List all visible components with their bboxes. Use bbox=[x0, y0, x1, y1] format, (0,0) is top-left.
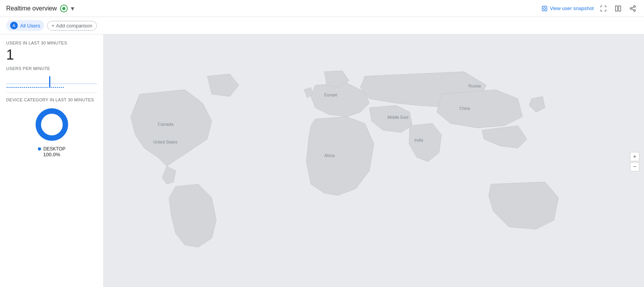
view-user-snapshot-button[interactable]: View user snapshot bbox=[541, 5, 594, 12]
svg-point-6 bbox=[634, 10, 635, 12]
comparison-icon bbox=[615, 5, 622, 12]
svg-point-5 bbox=[630, 7, 632, 9]
all-users-filter[interactable]: A All Users bbox=[6, 20, 44, 31]
svg-text:Middle East: Middle East bbox=[387, 115, 409, 120]
zoom-controls: + − bbox=[630, 152, 639, 171]
desktop-legend: DESKTOP bbox=[38, 146, 65, 152]
users-per-minute-chart bbox=[6, 72, 97, 88]
svg-text:United States: United States bbox=[153, 140, 178, 144]
header-right: View user snapshot bbox=[541, 3, 638, 14]
left-panel: USERS IN LAST 30 MINUTES 1 USERS PER MIN… bbox=[0, 34, 104, 287]
snapshot-icon bbox=[541, 5, 548, 12]
donut-svg bbox=[33, 105, 71, 144]
svg-rect-0 bbox=[542, 6, 547, 11]
share-icon bbox=[629, 5, 636, 12]
add-comparison-label: Add comparison bbox=[56, 23, 92, 29]
svg-point-4 bbox=[634, 5, 635, 7]
users-30min-label: USERS IN LAST 30 MINUTES bbox=[6, 41, 97, 45]
svg-line-8 bbox=[632, 7, 634, 8]
svg-point-1 bbox=[543, 7, 545, 9]
add-icon: + bbox=[51, 23, 55, 29]
comparison-button[interactable] bbox=[613, 3, 623, 14]
header-dropdown-icon[interactable]: ▾ bbox=[71, 4, 74, 13]
device-label: DEVICE CATEGORY IN LAST 30 MINUTES bbox=[6, 97, 97, 102]
svg-point-10 bbox=[38, 111, 65, 138]
add-comparison-button[interactable]: + Add comparison bbox=[47, 21, 97, 31]
status-dot bbox=[62, 7, 65, 10]
svg-text:India: India bbox=[414, 138, 423, 142]
status-icon bbox=[60, 5, 68, 12]
fullscreen-button[interactable] bbox=[598, 3, 608, 14]
desktop-percent: 100.0% bbox=[43, 152, 60, 157]
svg-text:China: China bbox=[459, 106, 470, 111]
view-snapshot-label: View user snapshot bbox=[550, 5, 594, 11]
world-map: Canada United States Europe Russia India… bbox=[104, 34, 644, 287]
header-left: Realtime overview ▾ bbox=[6, 4, 74, 13]
share-button[interactable] bbox=[628, 3, 638, 14]
svg-text:Canada: Canada bbox=[158, 121, 174, 126]
header-title: Realtime overview bbox=[6, 5, 57, 12]
svg-rect-2 bbox=[615, 6, 617, 11]
fullscreen-icon bbox=[600, 5, 607, 12]
divider-1 bbox=[6, 92, 97, 93]
svg-text:Africa: Africa bbox=[324, 154, 335, 158]
zoom-in-button[interactable]: + bbox=[630, 152, 639, 161]
svg-line-7 bbox=[632, 9, 634, 10]
filter-bar: A All Users + Add comparison bbox=[0, 17, 644, 34]
user-avatar: A bbox=[10, 22, 18, 29]
desktop-legend-dot bbox=[38, 147, 41, 150]
users-per-min-label: USERS PER MINUTE bbox=[6, 66, 97, 71]
all-users-label: All Users bbox=[20, 23, 40, 29]
svg-text:Europe: Europe bbox=[324, 93, 337, 97]
zoom-out-button[interactable]: − bbox=[630, 162, 639, 171]
main-content: USERS IN LAST 30 MINUTES 1 USERS PER MIN… bbox=[0, 34, 644, 287]
svg-text:Russia: Russia bbox=[468, 84, 481, 88]
svg-rect-3 bbox=[619, 6, 621, 11]
device-donut-chart: DESKTOP 100.0% bbox=[6, 105, 97, 157]
desktop-label: DESKTOP bbox=[43, 146, 65, 152]
users-count: 1 bbox=[6, 47, 97, 63]
header: Realtime overview ▾ View user snapshot bbox=[0, 0, 644, 17]
map-svg: Canada United States Europe Russia India… bbox=[104, 34, 644, 287]
